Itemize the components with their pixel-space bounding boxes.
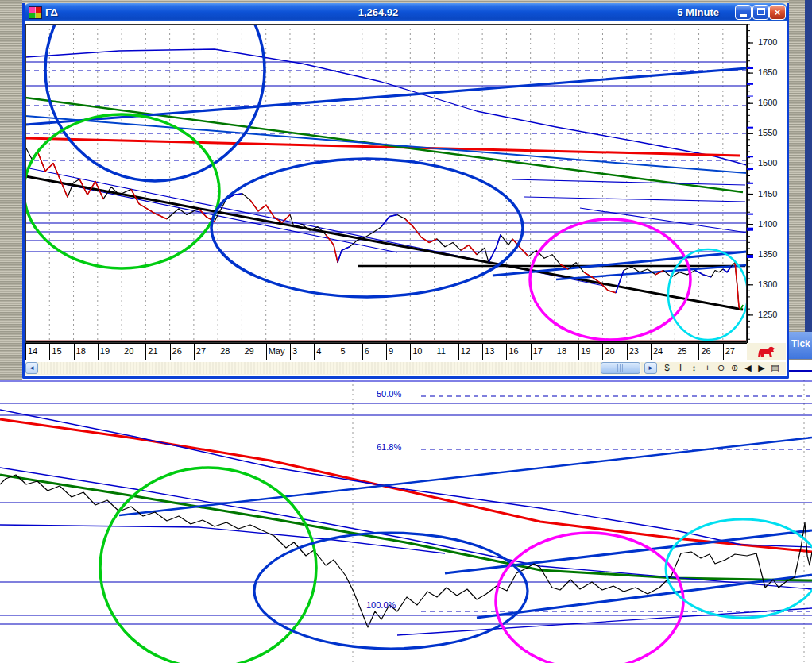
short-navy-1[interactable] bbox=[512, 179, 745, 185]
page-list-icon[interactable]: ▤ bbox=[769, 362, 781, 374]
chart-window: ΓΔ 1,264.92 5 Minute × 17001650160015501… bbox=[22, 3, 789, 379]
y-axis-label: 1650 bbox=[758, 67, 777, 77]
chart-client-area: 1700165016001550150014501400135013001250… bbox=[25, 21, 787, 376]
minimize-icon bbox=[740, 14, 747, 17]
zoom-out-icon[interactable]: ⊖ bbox=[715, 362, 727, 374]
fib-label-61-8: 61.8% bbox=[377, 442, 401, 452]
date-cell: 21 bbox=[145, 344, 169, 360]
price-axis[interactable]: 1700165016001550150014501400135013001250 bbox=[747, 24, 786, 343]
y-axis-label: 1600 bbox=[758, 98, 777, 107]
y-axis-label: 1250 bbox=[758, 310, 777, 319]
fib-label-50: 50.0% bbox=[377, 389, 401, 399]
chart-app-icon bbox=[29, 6, 42, 19]
lower-daily-chart bbox=[0, 380, 812, 663]
blue-band-lower bbox=[0, 525, 445, 553]
scroll-left-button[interactable]: ◄ bbox=[25, 362, 38, 374]
last-price-title: 1,264.92 bbox=[315, 3, 442, 21]
interval-label: 5 Minute bbox=[677, 3, 719, 21]
date-cell: 26 bbox=[698, 344, 722, 360]
date-cell: 20 bbox=[602, 344, 626, 360]
date-cell: 12 bbox=[458, 344, 482, 360]
bear-icon[interactable] bbox=[756, 345, 776, 359]
date-cell: 26 bbox=[170, 344, 194, 360]
page-back-icon[interactable]: ◀ bbox=[742, 362, 754, 374]
date-cell: 25 bbox=[675, 344, 698, 360]
maximize-button[interactable] bbox=[752, 5, 769, 20]
y-axis-label: 1500 bbox=[758, 158, 777, 168]
lower-price-chart[interactable] bbox=[0, 380, 812, 663]
date-cell: 4 bbox=[314, 344, 338, 360]
date-cell: 27 bbox=[723, 344, 747, 360]
tick-window-fragment[interactable]: Tick bbox=[789, 332, 812, 359]
y-axis-label: 1400 bbox=[758, 219, 777, 229]
vertical-zoom-icon[interactable]: ↕ bbox=[688, 362, 700, 374]
date-axis[interactable]: 14151819202126272829May34569101112131617… bbox=[25, 343, 747, 360]
blue-circle-annotation[interactable] bbox=[45, 24, 265, 181]
date-cell: 11 bbox=[435, 344, 458, 360]
blue-band-upper bbox=[0, 468, 812, 589]
y-axis-label: 1550 bbox=[758, 128, 777, 137]
blue-ellipse-annotation[interactable] bbox=[254, 533, 528, 649]
date-cell: 16 bbox=[506, 344, 530, 360]
date-cell: 5 bbox=[338, 344, 362, 360]
date-cell: 14 bbox=[25, 344, 49, 360]
cyan-ellipse-annotation[interactable] bbox=[668, 249, 747, 340]
magenta-ellipse-annotation[interactable] bbox=[496, 533, 683, 663]
date-cell: 18 bbox=[555, 344, 578, 360]
short-navy-2[interactable] bbox=[524, 197, 745, 202]
y-axis-label: 1450 bbox=[758, 189, 777, 199]
green-ellipse-annotation[interactable] bbox=[25, 114, 219, 268]
y-axis-label: 1350 bbox=[758, 249, 777, 259]
background-window-edge bbox=[805, 0, 812, 380]
scrollbar-track[interactable] bbox=[39, 362, 643, 374]
date-cell: May bbox=[266, 344, 290, 360]
black-downtrend-line[interactable] bbox=[25, 176, 743, 310]
upper-price-chart[interactable] bbox=[25, 24, 747, 343]
date-cell: 3 bbox=[290, 344, 314, 360]
date-cell: 10 bbox=[410, 344, 434, 360]
date-cell: 13 bbox=[482, 344, 506, 360]
tick-window-line bbox=[789, 370, 812, 372]
date-cell: 19 bbox=[98, 344, 122, 360]
magenta-ellipse-annotation[interactable] bbox=[530, 219, 690, 340]
thumb-grip-icon bbox=[617, 364, 624, 372]
date-cell: 27 bbox=[194, 344, 218, 360]
page-forward-icon[interactable]: ▶ bbox=[756, 362, 768, 374]
y-axis-label: 1700 bbox=[758, 37, 777, 47]
date-cell: 23 bbox=[627, 344, 651, 360]
date-cell: 28 bbox=[218, 344, 242, 360]
price-scale-icon[interactable]: $ bbox=[661, 362, 673, 374]
scrollbar-toolbar-row: ◄ ► $I↕+⊖⊕◀▶▤ bbox=[25, 362, 786, 375]
price-series bbox=[25, 147, 743, 310]
date-cell: 6 bbox=[362, 344, 386, 360]
background-window-area bbox=[0, 0, 22, 380]
y-axis-label: 1300 bbox=[758, 279, 777, 289]
date-cell: 24 bbox=[651, 344, 675, 360]
date-cell: 15 bbox=[49, 344, 73, 360]
text-cursor-icon[interactable]: I bbox=[675, 362, 686, 374]
minimize-button[interactable] bbox=[735, 5, 752, 20]
rising-trendline-1[interactable] bbox=[445, 530, 812, 573]
maximize-icon bbox=[757, 8, 765, 15]
green-ellipse-annotation[interactable] bbox=[100, 468, 316, 663]
date-cell: 9 bbox=[386, 344, 410, 360]
titlebar[interactable]: ΓΔ 1,264.92 5 Minute × bbox=[25, 3, 787, 21]
blue-ellipse-annotation[interactable] bbox=[211, 159, 523, 297]
thin-rising-line[interactable] bbox=[397, 608, 812, 635]
zoom-in-icon[interactable]: ⊕ bbox=[729, 362, 740, 374]
date-cell: 18 bbox=[74, 344, 98, 360]
date-cell: 20 bbox=[122, 344, 145, 360]
pan-icon[interactable]: + bbox=[702, 362, 713, 374]
scroll-right-button[interactable]: ► bbox=[644, 362, 657, 374]
fib-label-100: 100.0% bbox=[366, 600, 396, 610]
date-cell: 17 bbox=[531, 344, 555, 360]
date-cell: 19 bbox=[578, 344, 602, 360]
axis-corner bbox=[747, 343, 786, 360]
scrollbar-thumb[interactable] bbox=[601, 362, 640, 374]
window-title-symbol: ΓΔ bbox=[45, 3, 58, 21]
date-cell: 29 bbox=[242, 344, 265, 360]
chart-toolbar: $I↕+⊖⊕◀▶▤ bbox=[661, 362, 781, 374]
close-button[interactable]: × bbox=[769, 5, 786, 20]
